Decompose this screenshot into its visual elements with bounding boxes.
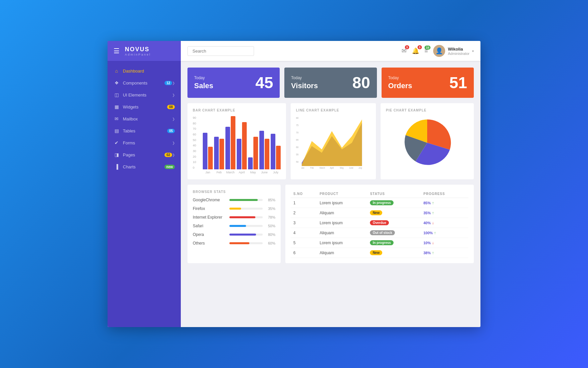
table-row-1: 2 Aliquam New 35% ↑ xyxy=(291,208,468,218)
chevron-icon: ❯ xyxy=(172,93,175,97)
product-table: S.NO PRODUCT STATUS PROGRESS 1 Lorem ips… xyxy=(291,190,468,258)
nav-badge-widgets: 08 xyxy=(167,105,175,109)
stat-label-small-visitors: Today xyxy=(291,76,318,80)
product-table-card: S.NO PRODUCT STATUS PROGRESS 1 Lorem ips… xyxy=(285,185,474,263)
bar-group-2 xyxy=(225,116,235,169)
sidebar-item-charts[interactable]: ▐ Charts new xyxy=(108,161,181,173)
browser-name-1: Firefox xyxy=(193,206,229,211)
nav-label-ui-elements: UI Elements xyxy=(123,92,172,97)
nav-label-charts: Charts xyxy=(123,164,164,169)
cell-status-0: In progress xyxy=(367,198,421,208)
stat-number-sales: 45 xyxy=(255,74,273,92)
svg-text:65: 65 xyxy=(296,138,299,142)
progress-text-1: 35% xyxy=(424,211,431,215)
bar-blue-3 xyxy=(237,139,241,169)
nav-label-pages: Pages xyxy=(123,152,164,157)
nav-icon-tables: ▤ xyxy=(114,128,120,133)
cell-progress-2: 40% ↓ xyxy=(421,218,468,228)
user-name: Wikolia xyxy=(448,47,469,52)
search-input[interactable] xyxy=(187,46,254,56)
bar-group-4 xyxy=(248,137,258,169)
sidebar-item-widgets[interactable]: ▦ Widgets 08 xyxy=(108,101,181,113)
sidebar-item-tables[interactable]: ▤ Tables 05 xyxy=(108,125,181,137)
browser-name-4: Opera xyxy=(193,232,229,237)
browser-pct-4: 80% xyxy=(265,233,275,237)
bar-blue-4 xyxy=(248,157,253,169)
progress-text-0: 85% xyxy=(424,201,431,205)
svg-text:55: 55 xyxy=(296,153,299,156)
bar-label-0: Jan xyxy=(203,171,213,174)
nav-icon-ui-elements: ◫ xyxy=(114,92,120,97)
stat-label-small-orders: Today xyxy=(388,76,412,80)
browser-row-3: Safari 50% xyxy=(193,224,275,228)
sidebar-item-pages[interactable]: ◨ Pages 02❯ xyxy=(108,149,181,161)
browser-pct-3: 50% xyxy=(265,224,275,228)
bar-chart-title: BAR CHART EXAMPLE xyxy=(193,108,281,112)
chevron-icon: ❯ xyxy=(172,153,175,157)
browser-progress-bg-1 xyxy=(229,208,263,210)
bar-orange-5 xyxy=(265,139,269,169)
bar-group-0 xyxy=(203,133,213,169)
cell-status-4: In progress xyxy=(367,238,421,248)
list-icon-wrap[interactable]: ≡ 15 xyxy=(425,48,428,55)
nav-badge-pages: 02 xyxy=(164,153,172,157)
sidebar-item-dashboard[interactable]: ⌂ Dashboard xyxy=(108,65,181,77)
nav-icon-charts: ▐ xyxy=(114,164,120,169)
sidebar-item-components[interactable]: ❖ Components 12❯ xyxy=(108,77,181,89)
sidebar-item-mailbox[interactable]: ✉ Mailbox ❯ xyxy=(108,113,181,125)
sidebar-nav: ⌂ Dashboard ❖ Components 12❯ ◫ UI Elemen… xyxy=(108,61,181,327)
bar-chart-labels: JanFebMarchAprilMayJuneJuly xyxy=(193,171,281,174)
bar-group-6 xyxy=(271,134,281,169)
bar-chart xyxy=(193,116,281,169)
bottom-row: BROWSER STATS GoogleChrome 85% Firefox 3… xyxy=(187,185,474,263)
browser-stats-list: GoogleChrome 85% Firefox 35% Internet Ex… xyxy=(193,198,275,246)
bell-icon-wrap[interactable]: 🔔 3 xyxy=(412,47,419,55)
progress-text-2: 40% xyxy=(424,221,431,225)
cell-progress-4: 10% ↓ xyxy=(421,238,468,248)
browser-stats-card: BROWSER STATS GoogleChrome 85% Firefox 3… xyxy=(187,185,281,263)
col-status: STATUS xyxy=(367,190,421,198)
nav-icon-mailbox: ✉ xyxy=(114,116,120,121)
progress-text-4: 10% xyxy=(424,241,431,245)
cell-progress-1: 35% ↑ xyxy=(421,208,468,218)
nav-label-dashboard: Dashboard xyxy=(123,69,175,74)
col-progress: PROGRESS xyxy=(421,190,468,198)
charts-row: BAR CHART EXAMPLE 90 80 70 60 50 40 30 2… xyxy=(187,103,474,179)
svg-marker-8 xyxy=(302,119,362,166)
stat-card-orders: Today Orders 51 xyxy=(382,68,474,98)
browser-name-2: Internet Explorer xyxy=(193,215,229,220)
stat-card-visitors: Today Visitors 80 xyxy=(284,68,377,98)
browser-progress-bg-3 xyxy=(229,225,263,227)
browser-name-3: Safari xyxy=(193,224,229,228)
user-area[interactable]: 👤 Wikolia Administrator ▾ xyxy=(433,45,474,57)
cell-product-0: Lorem ipsum xyxy=(317,198,368,208)
cell-sno-0: 1 xyxy=(291,198,317,208)
svg-text:60: 60 xyxy=(296,146,299,149)
mail-icon-wrap[interactable]: ✉ 3 xyxy=(402,47,407,55)
pie-chart-svg xyxy=(401,116,454,169)
browser-progress-bg-0 xyxy=(229,199,263,201)
cell-product-4: Lorem ipsum xyxy=(317,238,368,248)
sidebar-header: ☰ NOVUS AdminPanel xyxy=(108,41,181,61)
browser-pct-1: 35% xyxy=(265,207,275,211)
user-info: Wikolia Administrator xyxy=(448,47,469,56)
stats-row: Today Sales 45 Today Visitors 80 Today O xyxy=(187,68,474,98)
stat-main-label-orders: Orders xyxy=(388,82,412,90)
stat-text-orders: Today Orders xyxy=(388,76,412,90)
bar-label-6: July xyxy=(271,171,281,174)
mail-badge: 3 xyxy=(405,45,409,49)
stat-card-sales: Today Sales 45 xyxy=(187,68,280,98)
bar-blue-1 xyxy=(214,137,219,169)
browser-name-0: GoogleChrome xyxy=(193,198,229,202)
sidebar-item-forms[interactable]: ✔ Forms ❯ xyxy=(108,137,181,149)
bar-orange-1 xyxy=(219,139,224,169)
bar-group-1 xyxy=(214,137,224,169)
hamburger-button[interactable]: ☰ xyxy=(111,44,122,58)
content-area: Today Sales 45 Today Visitors 80 Today O xyxy=(181,61,480,327)
status-pill-3: Out of stock xyxy=(370,230,395,235)
stat-main-label-sales: Sales xyxy=(194,82,213,90)
sidebar-item-ui-elements[interactable]: ◫ UI Elements ❯ xyxy=(108,89,181,101)
logo-subtitle: AdminPanel xyxy=(125,53,151,56)
bar-group-3 xyxy=(237,122,247,169)
bar-label-2: March xyxy=(225,171,235,174)
